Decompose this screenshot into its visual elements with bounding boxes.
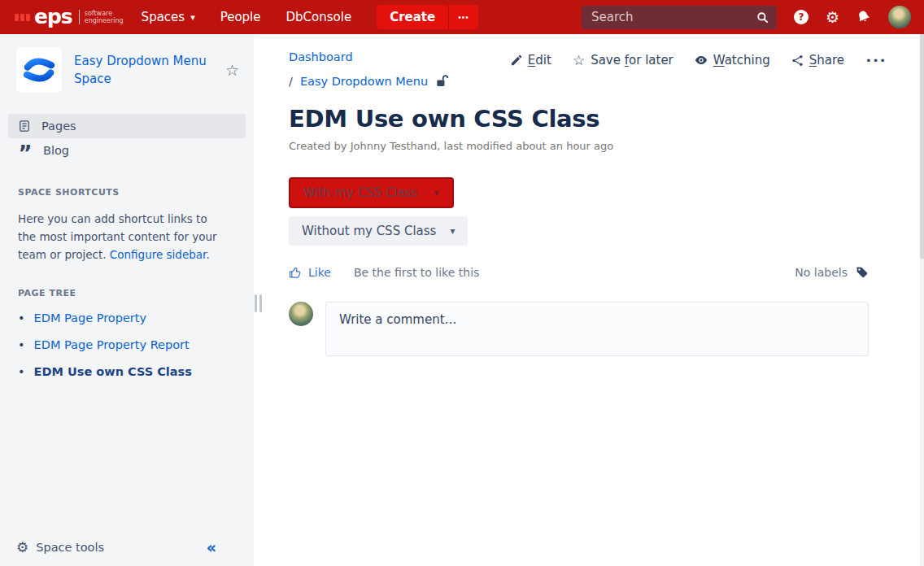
breadcrumb-separator: / [289,75,293,88]
search-icon[interactable] [756,11,769,24]
pencil-icon [510,54,522,67]
page-scrollbar[interactable] [920,34,924,566]
share-button[interactable]: Share [791,53,844,67]
configure-sidebar-link[interactable]: Configure sidebar. [110,248,210,261]
bullet-icon: • [18,337,25,353]
blog-quote-icon: ” [18,148,33,159]
sidebar-item-blog-label: Blog [43,144,69,157]
no-labels-text: No labels [795,266,848,279]
tree-link-edm-use-own-css-class-current[interactable]: EDM Use own CSS Class [34,364,192,380]
unrestricted-unlock-icon[interactable] [435,74,449,88]
labels-button[interactable]: No labels [795,265,869,279]
sidebar-item-pages[interactable]: Pages [8,114,246,138]
breadcrumb-dashboard-link[interactable]: Dashboard [289,50,353,63]
caret-down-icon: ▾ [450,225,455,237]
confluence-mark-icon [23,54,55,86]
logo-tagline-line1: software [85,10,124,17]
space-tools-button[interactable]: ⚙ Space tools [16,541,104,555]
sidebar-collapse-icon[interactable]: « [207,538,216,556]
like-hint: Be the first to like this [354,266,479,279]
page-tree-heading: PAGE TREE [18,288,236,298]
space-name-link[interactable]: Easy Dropdown Menu Space [74,52,213,88]
space-shortcuts-heading: SPACE SHORTCUTS [18,187,236,198]
top-navigation-bar: eps software engineering Spaces▾ People … [0,0,924,34]
like-button[interactable]: Like [289,266,331,279]
sidebar-item-pages-label: Pages [41,120,76,133]
with-css-class-dropdown-button[interactable]: With my CSS Class ▾ [289,177,454,208]
space-tools-gear-icon: ⚙ [16,541,28,555]
scrollbar-thumb[interactable] [920,34,924,259]
like-label: Like [308,266,331,279]
space-tools-label: Space tools [36,541,104,554]
favourite-star-icon[interactable]: ☆ [225,61,239,79]
without-css-class-dropdown-button[interactable]: Without my CSS Class ▾ [289,216,468,246]
search-input[interactable]: Search [582,6,777,29]
caret-down-icon: ▾ [434,187,439,198]
nav-spaces[interactable]: Spaces▾ [142,10,195,24]
create-button[interactable]: Create [377,5,448,29]
logo-bars-icon [15,14,30,21]
space-sidebar: Easy Dropdown Menu Space ☆ Pages ” Blog … [0,34,254,566]
pages-document-icon [18,120,31,133]
star-outline-icon: ☆ [573,52,585,68]
eye-icon [695,54,708,67]
byline: Created by Johnny Testhand, last modifie… [289,140,887,152]
without-css-class-label: Without my CSS Class [302,224,436,238]
with-css-class-label: With my CSS Class [303,185,418,200]
watching-button[interactable]: Watching [695,53,770,67]
share-icon [791,54,804,67]
search-placeholder: Search [591,10,756,24]
eps-logo[interactable]: eps software engineering [15,7,124,27]
settings-gear-icon[interactable]: ⚙ [826,10,839,25]
nav-spaces-label: Spaces [142,10,185,24]
help-icon[interactable]: ? [794,10,808,24]
page-actions: Edit ☆ Save for later Watching [510,52,887,68]
more-actions-button[interactable]: ••• [865,54,887,67]
bullet-icon: • [18,311,25,326]
page-content: Dashboard / Easy Dropdown Menu Ed [254,34,924,566]
edit-button[interactable]: Edit [510,53,551,67]
tree-link-edm-page-property[interactable]: EDM Page Property [34,311,147,326]
comment-input[interactable]: Write a comment… [325,302,869,356]
create-more-button[interactable]: ••• [448,5,478,29]
logo-tagline: software engineering [85,10,124,24]
nav-people[interactable]: People [220,10,261,24]
space-shortcuts-text: Here you can add shortcut links to the m… [18,210,221,263]
breadcrumb-space-link[interactable]: Easy Dropdown Menu [300,75,428,88]
comment-placeholder: Write a comment… [339,312,457,327]
bullet-icon: • [18,364,25,380]
tree-item-edm-page-property: • EDM Page Property [18,311,236,326]
label-tag-icon [855,265,869,279]
page-title: EDM Use own CSS Class [289,105,887,133]
logo-divider [79,10,80,24]
chevron-down-icon: ▾ [190,12,195,23]
breadcrumb: Dashboard / Easy Dropdown Menu [289,50,449,88]
space-logo[interactable] [16,47,62,93]
sidebar-item-blog[interactable]: ” Blog [0,138,254,163]
primary-nav: Spaces▾ People DbConsole Create ••• [124,5,478,29]
thumbs-up-icon [289,266,302,279]
save-for-later-button[interactable]: ☆ Save for later [573,52,673,68]
logo-tagline-line2: engineering [85,17,124,24]
question-glyph: ? [798,11,804,23]
commenter-avatar [289,302,313,326]
tree-item-edm-page-property-report: • EDM Page Property Report [18,337,236,353]
nav-dbconsole[interactable]: DbConsole [286,10,352,24]
tree-item-edm-use-own-css-class: • EDM Use own CSS Class [18,364,236,380]
notifications-bell-icon[interactable] [854,7,873,26]
create-split-button: Create ••• [377,5,478,29]
user-avatar[interactable] [888,6,911,28]
logo-text: eps [34,7,72,27]
tree-link-edm-page-property-report[interactable]: EDM Page Property Report [34,337,190,353]
